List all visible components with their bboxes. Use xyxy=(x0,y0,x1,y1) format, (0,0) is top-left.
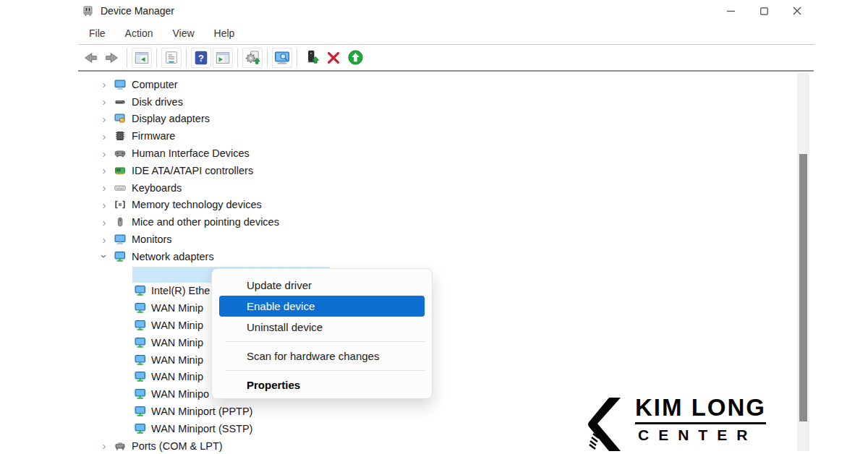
toolbar-separator xyxy=(297,48,297,67)
menu-action[interactable]: Action xyxy=(119,25,160,42)
title-bar: Device Manager xyxy=(78,0,814,22)
enable-device-button[interactable] xyxy=(302,48,322,68)
maximize-icon xyxy=(760,7,768,15)
console-tree-icon xyxy=(134,50,150,66)
chevron-right-icon[interactable]: › xyxy=(99,113,109,124)
menu-item-scan-hardware-changes[interactable]: Scan for hardware changes xyxy=(212,346,432,367)
properties-doc-icon xyxy=(163,50,179,66)
ide-controller-icon xyxy=(114,165,127,176)
display-adapter-icon xyxy=(114,113,127,124)
update-driver-button[interactable] xyxy=(345,48,365,68)
tree-item-wan-miniport[interactable]: WAN Minip xyxy=(78,351,814,369)
keyboard-icon xyxy=(114,182,127,194)
tree-item-display-adapters[interactable]: › Display adapters xyxy=(78,111,814,128)
kim-long-center-logo: KIM LONG CENTER xyxy=(587,395,784,454)
network-adapter-icon xyxy=(134,388,147,400)
enable-device-icon xyxy=(304,49,320,66)
device-manager-window: Device Manager File Action View Help xyxy=(78,0,814,454)
tree-item-monitors[interactable]: › Monitors xyxy=(78,231,814,248)
chevron-right-icon[interactable]: › xyxy=(99,217,109,228)
menu-item-enable-device[interactable]: Enable device xyxy=(219,296,425,317)
tree-item-mice[interactable]: › Mice and other pointing devices xyxy=(78,213,814,231)
network-adapter-icon xyxy=(134,423,147,434)
logo-divider xyxy=(635,422,766,424)
tree-item-wan-miniport[interactable]: WAN Minip xyxy=(78,317,814,334)
network-adapter-icon xyxy=(134,354,147,366)
toolbar xyxy=(78,45,814,72)
help-button[interactable] xyxy=(191,48,211,68)
chevron-right-icon[interactable]: › xyxy=(99,234,109,245)
close-button[interactable] xyxy=(780,0,814,22)
minimize-icon xyxy=(727,7,735,15)
logo-chevron-icon xyxy=(587,395,632,454)
show-console-tree-button[interactable] xyxy=(132,48,152,68)
menu-separator xyxy=(225,370,426,371)
serial-port-icon xyxy=(114,440,127,452)
menu-item-update-driver[interactable]: Update driver xyxy=(212,275,432,296)
tree-item-wan-miniport[interactable]: WAN Minip xyxy=(78,299,814,317)
chevron-right-icon[interactable]: › xyxy=(99,96,109,107)
properties-button[interactable] xyxy=(161,48,182,68)
tree-item-ide-controllers[interactable]: › IDE ATA/ATAPI controllers xyxy=(78,162,814,179)
menu-file[interactable]: File xyxy=(82,25,112,42)
computer-icon xyxy=(114,79,127,90)
tree-item-disk-drives[interactable]: › Disk drives xyxy=(78,93,814,111)
toolbar-separator xyxy=(186,48,187,67)
tree-item-computer[interactable]: › Computer xyxy=(78,76,814,93)
logo-text-line2: CENTER xyxy=(635,427,766,444)
screen: Device Manager File Action View Help xyxy=(0,0,868,454)
mouse-icon xyxy=(114,216,127,228)
menu-item-properties[interactable]: Properties xyxy=(212,374,432,395)
context-menu: Update driver Enable device Uninstall de… xyxy=(211,268,433,399)
toolbar-separator xyxy=(237,48,238,67)
chevron-right-icon[interactable]: › xyxy=(99,79,109,90)
tree-item-intel-ethernet[interactable]: Intel(R) Ethe xyxy=(78,283,814,300)
tree-item-firmware[interactable]: › Firmware xyxy=(78,127,814,145)
red-x-icon xyxy=(326,50,341,66)
network-adapter-icon xyxy=(134,337,147,348)
chevron-right-icon[interactable]: › xyxy=(99,148,109,159)
uninstall-button[interactable] xyxy=(323,48,344,68)
device-manager-app-icon xyxy=(82,5,94,17)
tree-item-memory-technology-devices[interactable]: › Memory technology devices xyxy=(78,197,814,214)
tree-item-network-adapters[interactable]: › Network adapters xyxy=(78,248,814,265)
forward-arrow-icon xyxy=(104,50,120,66)
network-adapter-icon xyxy=(114,251,127,262)
memory-card-icon xyxy=(114,199,127,210)
tree-item-intel-dual[interactable]: Intel(R) Dual xyxy=(78,265,814,283)
network-adapter-icon xyxy=(134,320,147,331)
menu-bar: File Action View Help xyxy=(78,22,814,45)
tree-item-human-interface-devices[interactable]: › Human Interface Devices xyxy=(78,145,814,162)
maximize-button[interactable] xyxy=(747,0,780,22)
chevron-right-icon[interactable]: › xyxy=(99,131,109,142)
forward-button[interactable] xyxy=(102,48,122,68)
menu-view[interactable]: View xyxy=(166,25,200,42)
minimize-button[interactable] xyxy=(714,0,747,22)
menu-help[interactable]: Help xyxy=(208,25,242,42)
window-title: Device Manager xyxy=(101,5,174,17)
toolbar-separator xyxy=(156,48,157,67)
scan-monitor-icon xyxy=(273,49,291,67)
chevron-right-icon[interactable]: › xyxy=(99,440,109,451)
vertical-scrollbar[interactable] xyxy=(797,73,809,451)
network-adapter-icon xyxy=(134,371,147,382)
gear-update-icon xyxy=(244,49,261,66)
scan-hardware-changes-button[interactable] xyxy=(272,48,292,68)
menu-item-uninstall-device[interactable]: Uninstall device xyxy=(212,317,432,338)
update-driver-software-button[interactable] xyxy=(242,48,263,68)
chevron-right-icon[interactable]: › xyxy=(99,182,109,193)
scrollbar-thumb[interactable] xyxy=(799,154,807,421)
show-action-pane-button[interactable] xyxy=(213,48,233,68)
close-icon xyxy=(793,7,801,15)
tree-item-wan-miniport[interactable]: WAN Minip xyxy=(78,369,814,386)
chevron-right-icon[interactable]: › xyxy=(99,165,109,176)
tree-item-keyboards[interactable]: › Keyboards xyxy=(78,179,814,197)
chevron-down-icon[interactable]: › xyxy=(99,252,110,262)
toolbar-separator xyxy=(127,48,127,67)
back-button[interactable] xyxy=(80,48,101,68)
network-adapter-icon xyxy=(134,406,147,417)
tree-item-wan-miniport[interactable]: WAN Minip xyxy=(78,334,814,351)
monitor-icon xyxy=(114,234,127,245)
chevron-right-icon[interactable]: › xyxy=(99,200,109,210)
firmware-chip-icon xyxy=(114,130,127,142)
